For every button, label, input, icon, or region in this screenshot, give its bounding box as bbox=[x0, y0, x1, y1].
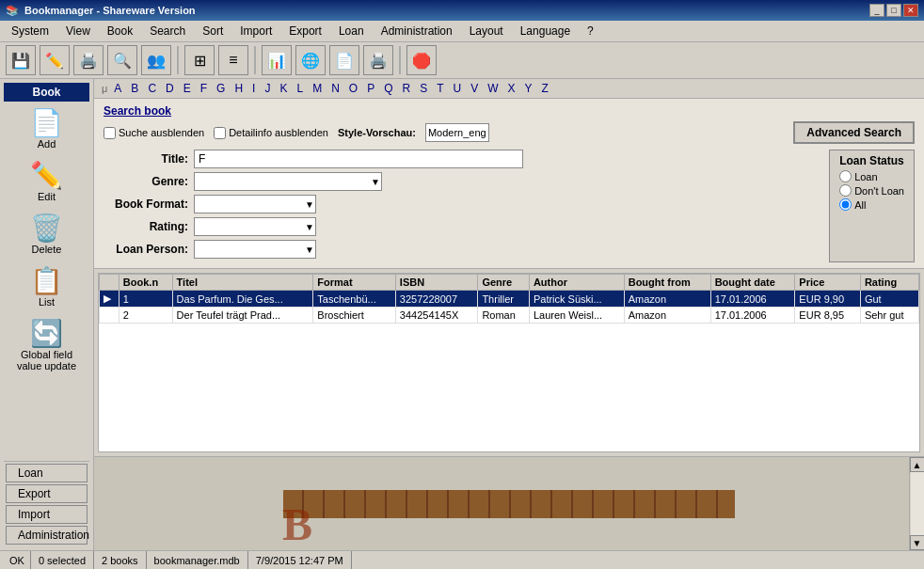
hide-search-checkbox[interactable] bbox=[104, 127, 116, 139]
col-isbn[interactable]: ISBN bbox=[395, 275, 478, 291]
pdf-button[interactable]: 📄 bbox=[329, 45, 359, 75]
alpha-Q[interactable]: Q bbox=[381, 81, 395, 96]
alpha-V[interactable]: V bbox=[468, 81, 481, 96]
alpha-P[interactable]: P bbox=[364, 81, 377, 96]
menu-item-layout[interactable]: Layout bbox=[462, 23, 511, 40]
rating-select[interactable]: Gut Sehr gut bbox=[194, 217, 316, 236]
alpha-G[interactable]: G bbox=[214, 81, 228, 96]
menu-item-book[interactable]: Book bbox=[100, 23, 140, 40]
alpha-S[interactable]: S bbox=[417, 81, 430, 96]
sidebar-global-update-button[interactable]: 🔄 Global fieldvalue update bbox=[9, 316, 85, 376]
search-button[interactable]: 🔍 bbox=[107, 45, 137, 75]
alpha-A[interactable]: A bbox=[111, 81, 124, 96]
hide-detail-checkbox[interactable] bbox=[214, 127, 226, 139]
table-row[interactable]: 2 Der Teufel trägt Prad... Broschiert 34… bbox=[100, 308, 919, 324]
alpha-I[interactable]: I bbox=[249, 81, 258, 96]
menu-item-search[interactable]: Search bbox=[142, 23, 193, 40]
title-input[interactable] bbox=[194, 150, 523, 168]
excel-export-button[interactable]: 📊 bbox=[262, 45, 292, 75]
menu-item-loan[interactable]: Loan bbox=[331, 23, 372, 40]
menu-item-import[interactable]: Import bbox=[232, 23, 279, 40]
col-bought-from[interactable]: Bought from bbox=[624, 275, 710, 291]
col-bookn[interactable]: Book.n bbox=[119, 275, 172, 291]
col-titel[interactable]: Titel bbox=[172, 275, 313, 291]
alpha-Z[interactable]: Z bbox=[539, 81, 551, 96]
search-header[interactable]: Search book bbox=[104, 104, 915, 118]
alpha-N[interactable]: N bbox=[328, 81, 343, 96]
printer-button[interactable]: 🖨️ bbox=[363, 45, 393, 75]
grid-view-button[interactable]: ⊞ bbox=[184, 45, 215, 75]
style-select[interactable]: Modern_eng Classic Modern_de bbox=[425, 123, 489, 142]
col-author[interactable]: Author bbox=[529, 275, 624, 291]
bookformat-select[interactable]: Taschenbuch Broschiert bbox=[194, 195, 316, 213]
loan-radio[interactable] bbox=[839, 170, 852, 182]
alpha-C[interactable]: C bbox=[145, 81, 159, 96]
all-radio-label[interactable]: All bbox=[839, 198, 904, 211]
minimize-button[interactable]: _ bbox=[869, 4, 884, 17]
scroll-up-button[interactable]: ▲ bbox=[910, 457, 925, 472]
dont-loan-radio-label[interactable]: Don't Loan bbox=[839, 184, 904, 197]
col-format[interactable]: Format bbox=[313, 275, 396, 291]
cell-bookn: 1 bbox=[119, 291, 172, 308]
col-price[interactable]: Price bbox=[795, 275, 861, 291]
maximize-button[interactable]: □ bbox=[886, 4, 901, 17]
save-button[interactable]: 💾 bbox=[6, 45, 36, 75]
col-genre[interactable]: Genre bbox=[478, 275, 530, 291]
menu-item-view[interactable]: View bbox=[58, 23, 98, 40]
alpha-Y[interactable]: Y bbox=[522, 81, 535, 96]
sidebar-import-button[interactable]: Import bbox=[6, 505, 88, 524]
sidebar-export-button[interactable]: Export bbox=[6, 484, 88, 503]
alpha-H[interactable]: H bbox=[231, 81, 246, 96]
edit-button[interactable]: ✏️ bbox=[40, 45, 70, 75]
alpha-F[interactable]: F bbox=[198, 81, 210, 96]
menu-item-?[interactable]: ? bbox=[580, 23, 601, 40]
scroll-down-button[interactable]: ▼ bbox=[910, 535, 925, 550]
col-arrow bbox=[100, 275, 119, 291]
alpha-X[interactable]: X bbox=[505, 81, 518, 96]
stop-button[interactable]: 🛑 bbox=[406, 45, 437, 75]
menu-item-sort[interactable]: Sort bbox=[195, 23, 231, 40]
alpha-U[interactable]: U bbox=[451, 81, 465, 96]
loan-radio-label[interactable]: Loan bbox=[839, 170, 904, 182]
list-view-button[interactable]: ≡ bbox=[218, 45, 248, 75]
alpha-K[interactable]: K bbox=[277, 81, 290, 96]
col-rating[interactable]: Rating bbox=[860, 275, 918, 291]
alpha-R[interactable]: R bbox=[400, 81, 414, 96]
cell-genre: Roman bbox=[478, 308, 530, 324]
menu-bar: SystemViewBookSearchSortImportExportLoan… bbox=[0, 21, 924, 42]
menu-item-export[interactable]: Export bbox=[281, 23, 329, 40]
alpha-L[interactable]: L bbox=[294, 81, 306, 96]
all-radio[interactable] bbox=[839, 198, 852, 211]
hide-detail-label[interactable]: Detailinfo ausblenden bbox=[214, 127, 328, 139]
sidebar-delete-button[interactable]: 🗑️ Delete bbox=[9, 211, 85, 260]
add-icon: 📄 bbox=[30, 110, 63, 136]
alpha-J[interactable]: J bbox=[262, 81, 273, 96]
alpha-M[interactable]: M bbox=[310, 81, 325, 96]
alpha-E[interactable]: E bbox=[181, 81, 194, 96]
menu-item-administration[interactable]: Administration bbox=[374, 23, 460, 40]
print-button[interactable]: 🖨️ bbox=[73, 45, 104, 75]
menu-item-language[interactable]: Language bbox=[513, 23, 578, 40]
dont-loan-radio[interactable] bbox=[839, 184, 852, 197]
sidebar-list-button[interactable]: 📋 List bbox=[9, 263, 85, 312]
advanced-search-button[interactable]: Advanced Search bbox=[793, 121, 915, 144]
genre-select[interactable]: Thriller Roman bbox=[194, 172, 382, 191]
user-button[interactable]: 👥 bbox=[141, 45, 171, 75]
web-button[interactable]: 🌐 bbox=[295, 45, 326, 75]
col-bought-date[interactable]: Bought date bbox=[710, 275, 795, 291]
loanperson-select[interactable] bbox=[194, 240, 316, 259]
close-button[interactable]: ✕ bbox=[903, 4, 918, 17]
alpha-D[interactable]: D bbox=[163, 81, 177, 96]
table-row[interactable]: ▶ 1 Das Parfum. Die Ges... Taschenbü... … bbox=[100, 291, 919, 308]
sidebar-administration-button[interactable]: Administration bbox=[6, 526, 88, 545]
menu-item-system[interactable]: System bbox=[4, 23, 56, 40]
hide-search-label[interactable]: Suche ausblenden bbox=[104, 127, 204, 139]
alpha-B[interactable]: B bbox=[128, 81, 141, 96]
alpha-T[interactable]: T bbox=[434, 81, 446, 96]
sidebar-loan-button[interactable]: Loan bbox=[6, 464, 88, 482]
sidebar-edit-button[interactable]: ✏️ Edit bbox=[9, 158, 85, 207]
genre-row: Genre: Thriller Roman ▼ bbox=[104, 172, 820, 191]
alpha-O[interactable]: O bbox=[346, 81, 360, 96]
sidebar-add-button[interactable]: 📄 Add bbox=[9, 105, 85, 154]
alpha-W[interactable]: W bbox=[485, 81, 501, 96]
